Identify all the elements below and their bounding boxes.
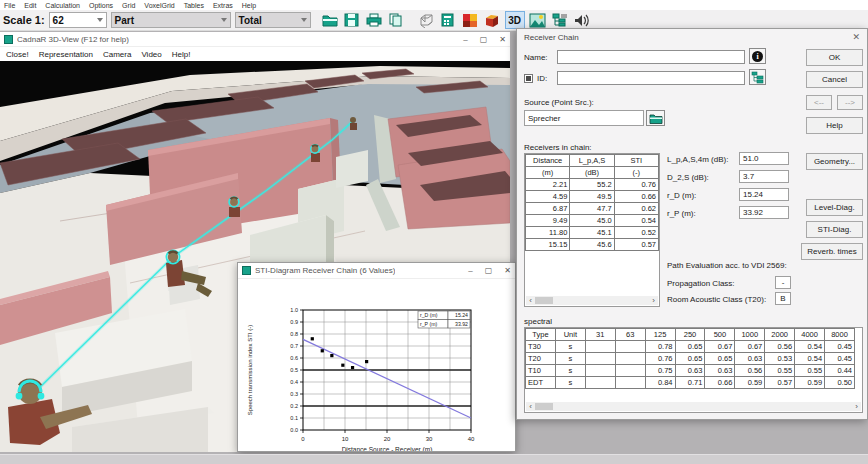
ok-button[interactable]: OK [806, 49, 863, 66]
table-row[interactable]: 11.8045.10.52 [526, 227, 659, 239]
close-button[interactable]: ✕ [499, 35, 506, 44]
open-folder-icon[interactable] [321, 11, 339, 29]
table-cell: 0.53 [765, 353, 795, 365]
menu-item[interactable]: Extras [213, 2, 233, 9]
table-row[interactable]: 9.4945.00.54 [526, 215, 659, 227]
copy-icon[interactable] [387, 11, 405, 29]
lpas4m-value[interactable]: 51.0 [739, 152, 789, 165]
menu-item[interactable]: File [4, 2, 15, 9]
table-row[interactable]: T10s0.750.630.630.560.550.550.44 [526, 365, 855, 377]
table-row[interactable]: EDTs0.840.710.660.590.570.590.50 [526, 377, 855, 389]
table-cell: 0.84 [645, 377, 675, 389]
table-cell: 0.52 [614, 227, 658, 239]
sti-diagram-window: STI-Diagram Receiver Chain (6 Values) – … [237, 262, 516, 452]
id-tree-button[interactable] [749, 69, 766, 85]
close-button[interactable]: ✕ [504, 266, 511, 275]
status-bar [0, 454, 868, 464]
table-row[interactable]: 2.2155.20.76 [526, 179, 659, 191]
rp-label: r_P (m): [667, 209, 696, 218]
column-header: L_p,A,S [570, 155, 614, 167]
scroll-right-icon[interactable]: › [649, 296, 658, 305]
id-checkbox[interactable] [524, 74, 533, 83]
close-icon[interactable]: ✕ [852, 32, 860, 42]
menu-item[interactable]: Tables [184, 2, 204, 9]
menu-item[interactable]: Grid [122, 2, 135, 9]
3d-menu-item[interactable]: Representation [39, 50, 93, 59]
prev-button[interactable]: <-- [806, 95, 832, 110]
source-field[interactable]: Sprecher [524, 110, 644, 126]
object-tree-icon[interactable] [551, 11, 569, 29]
rp-value[interactable]: 33.92 [739, 206, 789, 219]
scroll-left-icon[interactable]: ‹ [526, 402, 535, 411]
scroll-left-icon[interactable]: ‹ [526, 296, 535, 305]
d2s-value[interactable]: 3.7 [739, 170, 789, 183]
calculator-icon[interactable] [439, 11, 457, 29]
table-row[interactable]: T30s0.780.650.670.670.560.540.45 [526, 341, 855, 353]
color-cube-icon[interactable] [483, 11, 501, 29]
table-cell: EDT [526, 377, 556, 389]
table-cell: 6.87 [526, 203, 570, 215]
info-button[interactable]: i [749, 48, 766, 64]
menu-item[interactable]: VoxelGrid [144, 2, 174, 9]
3d-view-titlebar[interactable]: CadnaR 3D-View (F12 for help) – ▢ ✕ [0, 32, 510, 47]
id-input[interactable] [557, 71, 745, 85]
table-cell: T20 [526, 353, 556, 365]
sti-diag-button[interactable]: STI-Diag. [806, 221, 863, 238]
scroll-right-icon[interactable]: › [852, 402, 861, 411]
color-scale-icon[interactable] [461, 11, 479, 29]
maximize-button[interactable]: ▢ [485, 266, 493, 275]
scale-combobox[interactable]: 62 [49, 12, 107, 28]
geometry-button[interactable]: Geometry... [806, 153, 863, 170]
svg-text:15.24: 15.24 [455, 312, 468, 318]
minimize-button[interactable]: – [468, 266, 472, 275]
level-diag-button[interactable]: Level-Diag. [806, 199, 863, 216]
table-cell: 0.55 [765, 365, 795, 377]
scroll-thumb[interactable] [535, 403, 553, 410]
table-cell: 0.57 [614, 239, 658, 251]
reverb-times-button[interactable]: Reverb. times [801, 243, 863, 260]
total-combobox[interactable]: Total [235, 12, 311, 28]
receivers-hscrollbar[interactable]: ‹ › [526, 296, 658, 305]
print-icon[interactable] [365, 11, 383, 29]
part-combobox[interactable]: Part [111, 12, 231, 28]
3d-menu-item[interactable]: Video [141, 50, 161, 59]
table-cell: 0.66 [705, 377, 735, 389]
table-row[interactable]: 4.5949.50.66 [526, 191, 659, 203]
tree-icon [751, 71, 764, 84]
name-input[interactable] [557, 50, 745, 64]
save-icon[interactable] [343, 11, 361, 29]
spectral-hscrollbar[interactable]: ‹ › [526, 402, 861, 411]
maximize-button[interactable]: ▢ [480, 35, 488, 44]
scroll-thumb[interactable] [535, 297, 553, 304]
sti-titlebar[interactable]: STI-Diagram Receiver Chain (6 Values) – … [238, 263, 515, 279]
menu-item[interactable]: Options [89, 2, 113, 9]
svg-text:Speech transmission index STI: Speech transmission index STI (-) [247, 325, 253, 415]
menu-item[interactable]: Help [242, 2, 256, 9]
menu-item[interactable]: Calculation [45, 2, 80, 9]
menu-item[interactable]: Edit [24, 2, 36, 9]
column-header: 2000 [765, 329, 795, 341]
table-row[interactable]: 6.8747.70.62 [526, 203, 659, 215]
room-class-label: Room Acoustic Class (T20): [667, 295, 766, 304]
scene-icon[interactable] [529, 11, 547, 29]
chevron-down-icon [97, 18, 103, 22]
rd-value[interactable]: 15.24 [739, 188, 789, 201]
3d-view-title: CadnaR 3D-View (F12 for help) [17, 35, 129, 44]
3d-menu-item[interactable]: Help! [172, 50, 191, 59]
info-icon: i [752, 51, 763, 62]
3d-menu-item[interactable]: Close! [6, 50, 29, 59]
wire-cube-icon[interactable] [417, 11, 435, 29]
column-header: 125 [645, 329, 675, 341]
3d-view-button[interactable]: 3D [505, 11, 525, 29]
next-button[interactable]: --> [837, 95, 863, 110]
table-cell: 0.59 [735, 377, 765, 389]
source-folder-button[interactable] [646, 110, 665, 126]
path-eval-label: Path Evaluation acc. to VDI 2569: [667, 261, 787, 270]
table-row[interactable]: 15.1545.60.57 [526, 239, 659, 251]
sound-icon[interactable] [573, 11, 591, 29]
help-button[interactable]: Help [806, 117, 863, 134]
table-row[interactable]: T20s0.760.650.650.630.530.540.45 [526, 353, 855, 365]
3d-menu-item[interactable]: Camera [103, 50, 131, 59]
cancel-button[interactable]: Cancel [806, 71, 863, 88]
minimize-button[interactable]: – [463, 35, 467, 44]
